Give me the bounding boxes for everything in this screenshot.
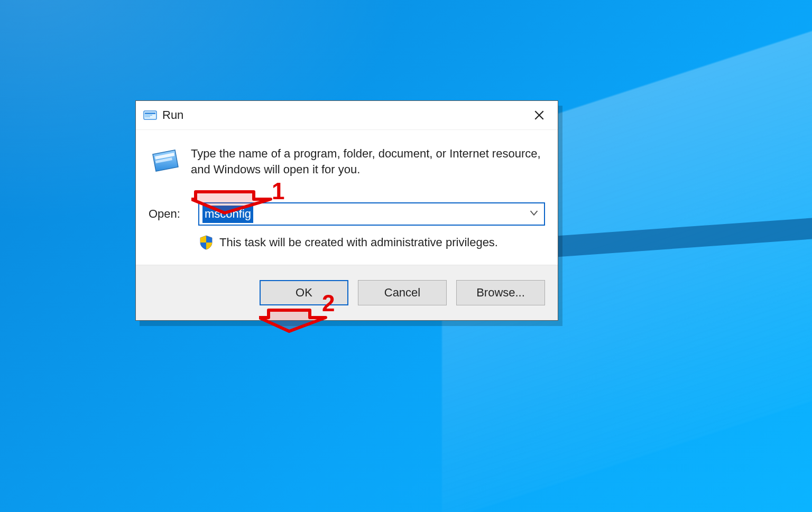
close-icon xyxy=(533,109,545,121)
open-combobox[interactable]: msconfig xyxy=(198,202,545,226)
dialog-title: Run xyxy=(162,108,526,122)
ok-button[interactable]: OK xyxy=(260,280,348,305)
open-value: msconfig xyxy=(202,206,253,223)
browse-button[interactable]: Browse... xyxy=(456,280,545,305)
dialog-description: Type the name of a program, folder, docu… xyxy=(191,146,545,177)
shield-icon xyxy=(199,235,213,250)
run-large-icon xyxy=(151,147,180,176)
close-button[interactable] xyxy=(526,105,552,126)
titlebar[interactable]: Run xyxy=(136,101,558,130)
svg-rect-1 xyxy=(145,113,155,114)
admin-privileges-text: This task will be created with administr… xyxy=(219,236,498,249)
chevron-down-icon[interactable] xyxy=(529,208,539,220)
run-icon xyxy=(143,109,157,121)
run-dialog: Run xyxy=(135,100,558,321)
cancel-button[interactable]: Cancel xyxy=(358,280,447,305)
open-label: Open: xyxy=(149,207,190,221)
svg-rect-3 xyxy=(145,116,150,117)
button-bar: OK Cancel Browse... xyxy=(136,265,558,320)
svg-rect-2 xyxy=(145,115,152,116)
